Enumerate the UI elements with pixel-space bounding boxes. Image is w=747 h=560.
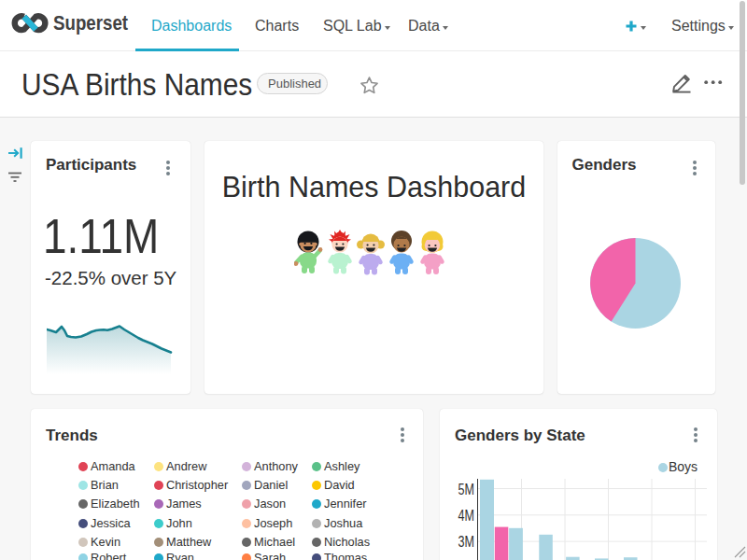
svg-text:4M: 4M bbox=[458, 508, 475, 524]
svg-text:3M: 3M bbox=[458, 534, 475, 550]
svg-text:5M: 5M bbox=[458, 482, 475, 497]
